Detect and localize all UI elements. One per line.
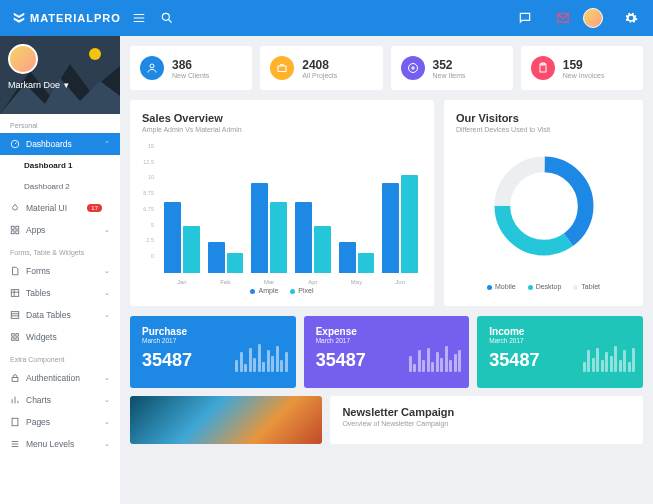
stat-card-1[interactable]: 2408All Projects <box>260 46 382 90</box>
visitors-subtitle: Different Devices Used to Visit <box>456 126 631 133</box>
newsletter-card: Newsletter Campaign Overview of Newslett… <box>330 396 643 444</box>
visitors-card: Our Visitors Different Devices Used to V… <box>444 100 643 306</box>
svg-rect-6 <box>11 231 14 234</box>
nav-apps[interactable]: Apps ⌄ <box>0 219 120 241</box>
bar-group-May: May <box>339 155 375 273</box>
nav-dashboard-2[interactable]: Dashboard 2 <box>0 176 120 197</box>
sales-legend: Ample Pixel <box>142 287 422 294</box>
svg-rect-11 <box>16 334 18 337</box>
briefcase-icon <box>270 56 294 80</box>
sales-overview-card: Sales Overview Ample Admin Vs Material A… <box>130 100 434 306</box>
svg-point-16 <box>150 64 154 68</box>
chevron-down-icon: ⌄ <box>104 226 110 234</box>
gear-icon <box>624 11 638 25</box>
chevron-up-icon: ⌃ <box>104 140 110 148</box>
page-icon <box>10 417 20 427</box>
newsletter-subtitle: Overview of Newsletter Campaign <box>342 420 631 427</box>
search-icon <box>160 11 174 25</box>
metric-income[interactable]: IncomeMarch 201735487 <box>477 316 643 388</box>
svg-rect-4 <box>11 226 14 229</box>
legend-dot-pixel <box>290 289 295 294</box>
gauge-icon <box>10 139 20 149</box>
mail-button[interactable] <box>553 8 573 28</box>
nav-label: Apps <box>26 225 45 235</box>
svg-point-2 <box>89 48 101 60</box>
stat-card-3[interactable]: 159New Invoices <box>521 46 643 90</box>
nav-material-ui[interactable]: Material UI 17 <box>0 197 120 219</box>
sales-title: Sales Overview <box>142 112 422 124</box>
nav-pages[interactable]: Pages⌄ <box>0 411 120 433</box>
clipboard-icon <box>531 56 555 80</box>
stat-label: New Items <box>433 72 466 79</box>
file-icon <box>10 266 20 276</box>
nav-auth[interactable]: Authentication⌄ <box>0 367 120 389</box>
lock-icon <box>10 373 20 383</box>
stat-value: 159 <box>563 58 605 72</box>
sales-subtitle: Ample Admin Vs Material Admin <box>142 126 422 133</box>
profile-avatar <box>8 44 38 74</box>
grid-icon <box>10 225 20 235</box>
search-button[interactable] <box>157 8 177 28</box>
section-personal: Personal <box>0 114 120 133</box>
svg-rect-14 <box>12 378 18 382</box>
stat-label: All Projects <box>302 72 337 79</box>
stat-label: New Invoices <box>563 72 605 79</box>
sidebar: Markarn Doe▾ Personal Dashboards ⌃ Dashb… <box>0 36 120 504</box>
bar-group-Jun: Jun <box>382 155 418 273</box>
username: Markarn Doe <box>8 80 60 90</box>
nav-widgets[interactable]: Widgets <box>0 326 120 348</box>
sales-bar-chart: 1512.5108.756.7552.50 JanFebMarAprMayJun <box>142 143 422 273</box>
section-extra: Extra Component <box>0 348 120 367</box>
feature-image-card[interactable] <box>130 396 322 444</box>
plus-icon <box>401 56 425 80</box>
bar-icon <box>10 395 20 405</box>
nav-label: Dashboards <box>26 139 72 149</box>
logo-icon <box>12 11 26 25</box>
metric-expense[interactable]: ExpenseMarch 201735487 <box>304 316 470 388</box>
brand-logo[interactable]: MATERIALPRO <box>12 11 121 25</box>
top-header: MATERIALPRO <box>0 0 653 36</box>
section-forms: Forms, Table & Widgets <box>0 241 120 260</box>
mail-icon <box>556 11 570 25</box>
brand-text: MATERIALPRO <box>30 12 121 24</box>
profile-card[interactable]: Markarn Doe▾ <box>0 36 120 114</box>
svg-rect-12 <box>12 338 14 341</box>
chat-button[interactable] <box>515 8 535 28</box>
nav-dashboard-1[interactable]: Dashboard 1 <box>0 155 120 176</box>
chevron-down-icon: ▾ <box>64 80 69 90</box>
menu-toggle[interactable] <box>129 8 149 28</box>
nav-menu-levels[interactable]: Menu Levels⌄ <box>0 433 120 455</box>
settings-button[interactable] <box>621 8 641 28</box>
metric-purchase[interactable]: PurchaseMarch 201735487 <box>130 316 296 388</box>
nav-forms[interactable]: Forms⌄ <box>0 260 120 282</box>
nav-tables[interactable]: Tables⌄ <box>0 282 120 304</box>
svg-rect-10 <box>12 334 14 337</box>
bar-group-Feb: Feb <box>208 155 244 273</box>
svg-rect-9 <box>11 312 19 319</box>
nav-dashboards[interactable]: Dashboards ⌃ <box>0 133 120 155</box>
hamburger-icon <box>132 11 146 25</box>
stat-card-0[interactable]: 386New Clients <box>130 46 252 90</box>
visitors-donut-chart <box>489 151 599 261</box>
svg-rect-7 <box>16 231 19 234</box>
table-icon <box>10 288 20 298</box>
newsletter-title: Newsletter Campaign <box>342 406 631 418</box>
nav-data-tables[interactable]: Data Tables⌄ <box>0 304 120 326</box>
stat-label: New Clients <box>172 72 209 79</box>
bar-group-Apr: Apr <box>295 155 331 273</box>
menu-icon <box>10 439 20 449</box>
svg-point-0 <box>162 13 169 20</box>
drop-icon <box>10 203 20 213</box>
bar-group-Mar: Mar <box>251 155 287 273</box>
legend-dot-ample <box>250 289 255 294</box>
nav-charts[interactable]: Charts⌄ <box>0 389 120 411</box>
stat-card-2[interactable]: 352New Items <box>391 46 513 90</box>
svg-rect-8 <box>11 290 19 297</box>
user-avatar[interactable] <box>583 8 603 28</box>
main-content: 386New Clients2408All Projects352New Ite… <box>120 36 653 504</box>
sparkline <box>235 332 288 372</box>
sparkline <box>409 332 462 372</box>
svg-rect-13 <box>16 338 18 341</box>
stat-value: 2408 <box>302 58 337 72</box>
svg-rect-5 <box>16 226 19 229</box>
